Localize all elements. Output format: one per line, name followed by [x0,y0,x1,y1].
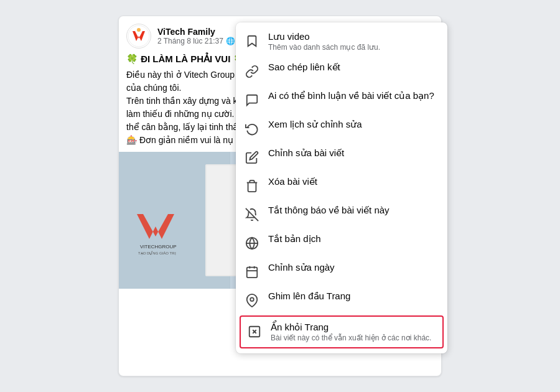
svg-point-3 [137,28,141,32]
menu-item-save-video[interactable]: Lưu video Thêm vào danh sách mục đã lưu. [236,26,447,57]
post-time: 2 Tháng 8 lúc 21:37 🌐 [157,37,235,45]
menu-item-who-comment[interactable]: Ai có thể bình luận về bài viết của bạn? [236,85,447,114]
menu-text-edit-post: Chỉnh sửa bài viết [268,147,344,159]
svg-rect-24 [247,268,258,278]
post-author: ViTech Family [157,27,235,37]
bell-off-icon [243,206,261,223]
svg-point-28 [250,297,254,301]
link-icon [243,63,261,80]
post-card: ViTech Family 2 Tháng 8 lúc 21:37 🌐 ••• … [118,16,442,376]
menu-text-pin-top: Ghim lên đầu Trang [268,291,350,302]
menu-text-edit-date: Chỉnh sửa ngày [268,262,335,273]
menu-text-turn-off-notif: Tắt thông báo về bài viết này [268,205,390,216]
bookmark-icon [243,32,261,50]
menu-text-copy-link: Sao chép liên kết [268,62,340,73]
post-meta: ViTech Family 2 Tháng 8 lúc 21:37 🌐 [157,27,235,45]
menu-item-edit-history[interactable]: Xem lịch sử chỉnh sửa [236,114,447,142]
pin-icon [243,292,261,309]
menu-text-who-comment: Ai có thể bình luận về bài viết của bạn? [268,90,434,101]
menu-item-edit-date[interactable]: Chỉnh sửa ngày [236,257,447,286]
globe-translate-icon [243,235,261,252]
trash-icon [243,177,261,195]
menu-item-turn-off-notif[interactable]: Tắt thông báo về bài viết này [236,200,447,228]
menu-text-save-video: Lưu video Thêm vào danh sách mục đã lưu. [268,31,380,52]
menu-item-turn-off-translate[interactable]: Tắt bản dịch [236,228,447,257]
menu-item-pin-top[interactable]: Ghim lên đầu Trang [236,286,447,314]
menu-item-copy-link[interactable]: Sao chép liên kết [236,57,447,85]
calendar-icon [243,263,261,281]
menu-text-turn-off-translate: Tắt bản dịch [268,233,321,245]
edit-icon [243,149,261,166]
menu-text-edit-history: Xem lịch sử chỉnh sửa [268,119,362,130]
menu-text-delete-post: Xóa bài viết [268,176,317,187]
avatar [126,24,151,49]
svg-text:TẠO DỰNG GIÁO TRỊ: TẠO DỰNG GIÁO TRỊ [138,251,176,256]
menu-item-delete-post[interactable]: Xóa bài viết [236,171,447,200]
svg-text:VITECHGROUP: VITECHGROUP [140,244,177,250]
menu-text-hide-from-page: Ẩn khỏi Trang Bài viết này có thể vẫn xu… [271,322,431,342]
history-icon [243,120,261,138]
menu-item-edit-post[interactable]: Chỉnh sửa bài viết [236,142,447,171]
menu-item-hide-from-page[interactable]: Ẩn khỏi Trang Bài viết này có thể vẫn xu… [240,315,444,348]
globe-icon: 🌐 [226,37,235,45]
post-header-left: ViTech Family 2 Tháng 8 lúc 21:37 🌐 [126,24,235,49]
x-box-icon [246,323,263,340]
comment-icon [243,91,261,109]
svg-line-21 [246,208,258,221]
dropdown-menu: Lưu video Thêm vào danh sách mục đã lưu.… [236,22,447,353]
